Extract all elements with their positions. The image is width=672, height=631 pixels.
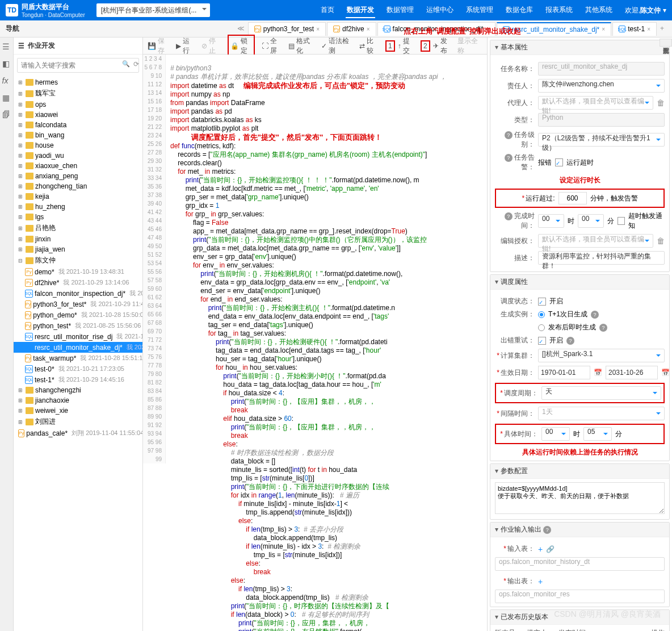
tree-node[interactable]: ⊞kejia xyxy=(14,191,142,202)
tree-node[interactable]: ⊞weiwei_xie xyxy=(14,406,142,416)
rail-fx-icon[interactable]: fx xyxy=(2,76,11,85)
nav-dev[interactable]: 数据开发 xyxy=(346,3,375,18)
output-table[interactable]: ops.falcon_monitor_res xyxy=(495,590,665,603)
time-min[interactable]: 05 xyxy=(583,427,612,441)
tree-node[interactable]: ⊞魏军宝 xyxy=(14,87,142,99)
gen-radio-2[interactable] xyxy=(538,324,545,331)
close-icon[interactable]: × xyxy=(486,26,489,32)
add-icon[interactable]: + xyxy=(538,577,543,586)
gen-radio-1[interactable] xyxy=(538,311,545,318)
tree-node[interactable]: ⊞jiajia_wen xyxy=(14,244,142,254)
input-table[interactable]: ops.falcon_monitor_history_dt xyxy=(495,557,665,571)
nav-mgmt[interactable]: 数据管理 xyxy=(385,3,415,18)
toggle-icon[interactable]: ⊞ xyxy=(18,387,24,393)
trash-icon[interactable]: 🗑 xyxy=(657,98,665,107)
add-icon[interactable]: + xyxy=(538,545,543,554)
tree-node[interactable]: ⊞shangchengzhi xyxy=(14,385,142,395)
nav-other[interactable]: 其他系统 xyxy=(584,3,614,18)
help-icon[interactable]: ? xyxy=(505,131,513,139)
tree-node[interactable]: ⊞yaodi_wu xyxy=(14,151,142,161)
toggle-icon[interactable]: ⊞ xyxy=(18,408,24,413)
refresh-icon[interactable]: ⟳ xyxy=(133,60,139,68)
tree-node[interactable]: ⊞bin_wang xyxy=(14,130,142,140)
desc-field[interactable]: 资源利用率监控，针对抖动严重的集群！ xyxy=(538,251,665,265)
rail-cube-icon[interactable]: ◧ xyxy=(2,59,11,68)
finish-hour[interactable]: 00 xyxy=(538,214,564,228)
date-to[interactable] xyxy=(606,366,658,379)
syntax-button[interactable]: ✓语法检测 xyxy=(321,36,353,56)
owner-select[interactable]: 陈文仲#wenzhong.chen xyxy=(538,79,665,93)
auth-select[interactable]: 默认不选择，项目全员可以查看编辑! xyxy=(538,234,653,248)
tree-node[interactable]: ⊟陈文仲 xyxy=(14,254,142,266)
rail-table-icon[interactable]: ▦ xyxy=(2,93,11,102)
schedule-title[interactable]: 调度属性 xyxy=(490,275,669,290)
tree-node[interactable]: ⊞hu_zheng xyxy=(14,202,142,212)
tree-node[interactable]: SQLresrc_util_monitor_rise_dj我 2021-10-.… xyxy=(14,331,142,342)
nav-report[interactable]: 报表系统 xyxy=(544,3,574,18)
toggle-icon[interactable]: ⊞ xyxy=(18,398,24,403)
nav-home[interactable]: 首页 xyxy=(320,3,335,18)
nav-ops[interactable]: 运维中心 xyxy=(425,3,455,18)
toggle-icon[interactable]: ⊞ xyxy=(18,91,24,97)
tree-node[interactable]: ⊞刘国进 xyxy=(14,416,142,428)
toggle-icon[interactable]: ⊞ xyxy=(18,183,24,189)
time-hour[interactable]: 00 xyxy=(541,427,570,441)
tree-node[interactable]: ⊞zhongcheng_tian xyxy=(14,181,142,191)
history-title[interactable]: 已发布历史版本 xyxy=(490,610,669,625)
format-button[interactable]: ▤格式化 xyxy=(288,36,314,56)
params-textarea[interactable] xyxy=(495,482,665,514)
tree-node[interactable]: ⊞xiaowei xyxy=(14,110,142,120)
date-from[interactable] xyxy=(538,366,590,379)
nav-sys[interactable]: 系统管理 xyxy=(465,3,494,18)
toggle-icon[interactable]: ⊞ xyxy=(18,419,24,425)
tree-node[interactable]: ⊞hermes xyxy=(14,77,142,87)
io-title[interactable]: 作业输入输出 ? xyxy=(490,523,669,537)
org-selector[interactable]: [杭州]平台事业部-系统运维组(... xyxy=(96,3,210,17)
params-title[interactable]: 参数配置 xyxy=(490,464,669,479)
toggle-icon[interactable]: ⊞ xyxy=(18,102,24,107)
tree-node[interactable]: ⊞house xyxy=(14,140,142,151)
fullscreen-button[interactable]: ⛶全屏 xyxy=(262,36,282,56)
toggle-icon[interactable]: ⊞ xyxy=(18,163,24,169)
timeout-notify-checkbox[interactable] xyxy=(618,217,625,225)
search-input[interactable] xyxy=(17,58,139,73)
tree-node[interactable]: ⊞lgs xyxy=(14,212,142,222)
calendar-icon[interactable]: 📅 xyxy=(661,369,670,377)
code-editor[interactable]: 1 2 3 4 5 6 7 8 9 10 11 12 13 14 15 16 1… xyxy=(143,55,487,631)
file-tab[interactable]: Pydf2hive× xyxy=(327,22,376,36)
tree-node[interactable]: ⊞xiaoxue_chen xyxy=(14,161,142,171)
tree-node[interactable]: SQLresrc_util_monitor_shake_dj*我 2021-1.… xyxy=(14,342,142,353)
cluster-select[interactable]: []杭州_Spark-3.1 xyxy=(538,349,665,362)
toggle-icon[interactable]: ⊞ xyxy=(18,122,24,128)
compare-button[interactable]: ⇄比较 xyxy=(359,36,379,56)
toggle-icon[interactable]: ⊞ xyxy=(18,112,24,118)
tree-node[interactable]: ⊞吕艳艳 xyxy=(14,222,142,234)
tree-node[interactable]: Pypandas_cale*刘翔 2019-11-04 11:55:04 xyxy=(14,428,142,438)
toggle-icon[interactable]: ⊞ xyxy=(18,214,24,220)
runtime-input[interactable] xyxy=(558,192,587,204)
rail-clip-icon[interactable]: 🗐 xyxy=(2,110,11,119)
link-icon[interactable]: 🔗 xyxy=(546,545,555,553)
tree-node[interactable]: ⊞falcondata xyxy=(14,120,142,130)
timeout-checkbox[interactable] xyxy=(555,158,563,166)
toggle-icon[interactable]: ⊞ xyxy=(18,132,24,138)
basic-title[interactable]: 基本属性 xyxy=(490,40,669,55)
toggle-icon[interactable]: ⊞ xyxy=(18,173,24,179)
proxy-select[interactable]: 默认不选择，项目全员可以查看编辑! xyxy=(538,96,653,110)
run-button[interactable]: ▶运行 xyxy=(176,36,195,56)
tree-node[interactable]: Pytask_warmup*我 2021-10-28 15:51:17 xyxy=(14,353,142,363)
user-name[interactable]: 陈文仲 xyxy=(640,6,661,15)
tree-node[interactable]: Pydf2hive*我 2021-10-29 13:14:06 xyxy=(14,277,142,288)
new-tab-icon[interactable]: + xyxy=(658,22,666,36)
publish-button[interactable]: 2✈发布 xyxy=(421,36,451,56)
tree-node[interactable]: Pypython3_for_test*我 2021-10-29 11:49:..… xyxy=(14,299,142,310)
nav-dw[interactable]: 数据仓库 xyxy=(505,3,534,18)
trash-icon[interactable]: 🗑 xyxy=(657,236,665,245)
stop-button[interactable]: ⊘停止 xyxy=(201,36,221,56)
close-icon[interactable]: × xyxy=(602,26,605,32)
close-icon[interactable]: × xyxy=(647,26,650,32)
toggle-icon[interactable]: ⊟ xyxy=(18,258,24,264)
submit-button[interactable]: 1↑提交 xyxy=(385,36,414,56)
tree-node[interactable]: SQLtest-1*我 2021-10-29 14:45:16 xyxy=(14,374,142,385)
interval-select[interactable]: 1天 xyxy=(538,407,665,420)
